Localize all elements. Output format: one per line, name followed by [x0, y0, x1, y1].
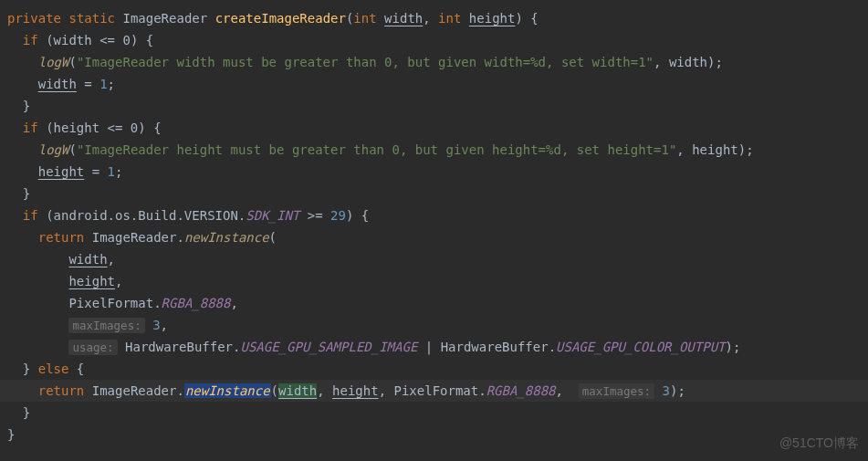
code-line: height = 1;	[7, 161, 868, 183]
code-line: }	[7, 424, 868, 445]
code-line: PixelFormat.RGBA_8888,	[7, 292, 868, 314]
code-line: }	[7, 183, 868, 204]
param-hint: maxImages:	[68, 318, 144, 333]
code-line: }	[7, 95, 868, 117]
code-editor[interactable]: private static ImageReader createImageRe…	[0, 0, 868, 445]
code-line: return ImageReader.newInstance(width, he…	[7, 380, 868, 402]
param-hint: usage:	[68, 340, 117, 355]
code-line: logW("ImageReader width must be greater …	[7, 51, 868, 73]
code-line: width,	[7, 248, 868, 270]
code-line: usage: HardwareBuffer.USAGE_GPU_SAMPLED_…	[7, 336, 868, 358]
code-line: width = 1;	[7, 73, 868, 95]
watermark: @51CTO博客	[779, 432, 859, 454]
code-line: height,	[7, 270, 868, 292]
code-line: logW("ImageReader height must be greater…	[7, 139, 868, 161]
code-line: maxImages: 3,	[7, 314, 868, 336]
code-line: } else {	[7, 358, 868, 380]
code-line: if (width <= 0) {	[7, 29, 868, 51]
code-line: return ImageReader.newInstance(	[7, 226, 868, 248]
code-line: }	[7, 402, 868, 424]
code-line: private static ImageReader createImageRe…	[7, 7, 868, 29]
code-line: if (android.os.Build.VERSION.SDK_INT >= …	[7, 204, 868, 226]
code-line: if (height <= 0) {	[7, 117, 868, 139]
param-hint: maxImages:	[579, 383, 654, 399]
